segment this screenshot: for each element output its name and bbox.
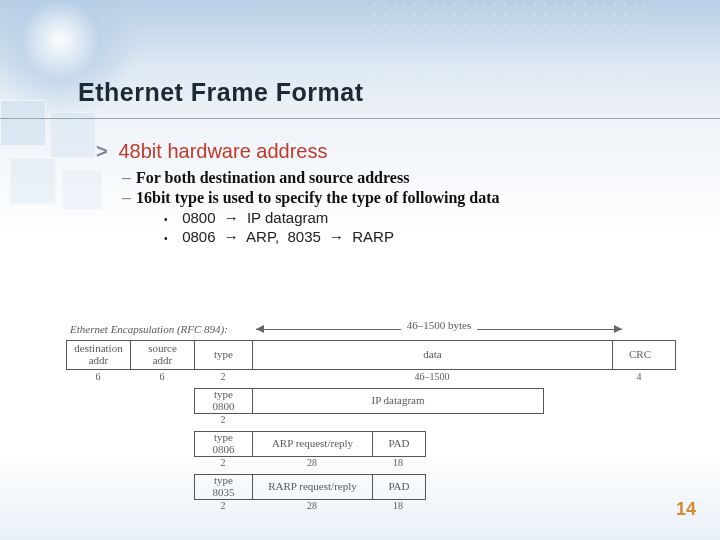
frame-sizes-row: 66246–15004: [66, 371, 676, 382]
bullet-lvl1-text: 48bit hardware address: [118, 140, 327, 162]
bullet-lvl1: > 48bit hardware address: [96, 140, 680, 163]
chevron-icon: >: [96, 140, 114, 163]
frame-size: 46–1500: [252, 371, 612, 382]
dash-icon: –: [122, 189, 136, 207]
frame-size: 6: [130, 371, 194, 382]
page-number: 14: [676, 499, 696, 520]
frame-size: 6: [66, 371, 130, 382]
type-label: RARP: [352, 228, 394, 245]
range-label: 46–1500 bytes: [401, 319, 477, 331]
arrow-icon: →: [325, 228, 348, 245]
title-divider: [0, 118, 720, 119]
bullet-lvl3-item: • 0800 → IP datagram: [164, 209, 680, 226]
dot-icon: •: [164, 233, 178, 244]
range-arrow-top: 46–1500 bytes: [256, 322, 622, 336]
frame-size: 4: [612, 371, 666, 382]
type-code: 8035: [288, 228, 321, 245]
dot-icon: •: [164, 214, 178, 225]
frame-cell: CRC: [613, 341, 667, 369]
frame-subrow: type0806ARP request/replyPAD22818: [66, 431, 676, 468]
type-code: 0800: [182, 209, 215, 226]
type-label: IP datagram: [247, 209, 328, 226]
frame-subrow: type0800IP datagram2: [66, 388, 676, 425]
type-code: 0806: [182, 228, 215, 245]
frame-diagram: Ethernet Encapsulation (RFC 894): 46–150…: [66, 320, 676, 511]
arrow-icon: →: [220, 209, 243, 226]
frame-subrow: type8035RARP request/replyPAD22818: [66, 474, 676, 511]
frame-row-main: destinationaddrsourceaddrtypedataCRC: [66, 340, 676, 370]
frame-cell: data: [253, 341, 613, 369]
bullet-lvl2-text: 16bit type is used to specify the type o…: [136, 189, 500, 206]
frame-cell: sourceaddr: [131, 341, 195, 369]
bullet-lvl2-text: For both destination and source address: [136, 169, 409, 186]
bullet-lvl2-group: –For both destination and source address…: [122, 169, 680, 245]
content-area: > 48bit hardware address –For both desti…: [96, 140, 680, 245]
frame-cell: type: [195, 341, 253, 369]
arrow-icon: →: [220, 228, 243, 245]
frame-cell: destinationaddr: [67, 341, 131, 369]
diagram-caption: Ethernet Encapsulation (RFC 894):: [66, 323, 256, 335]
bullet-lvl2-item: –For both destination and source address: [122, 169, 680, 187]
type-label: ARP: [246, 228, 275, 245]
dash-icon: –: [122, 169, 136, 187]
bullet-lvl3-group: • 0800 → IP datagram • 0806 → ARP, 8035 …: [164, 209, 680, 245]
bullet-lvl2-item: –16bit type is used to specify the type …: [122, 189, 680, 207]
bullet-lvl3-item: • 0806 → ARP, 8035 → RARP: [164, 228, 680, 245]
slide-title: Ethernet Frame Format: [78, 78, 364, 107]
frame-size: 2: [194, 371, 252, 382]
